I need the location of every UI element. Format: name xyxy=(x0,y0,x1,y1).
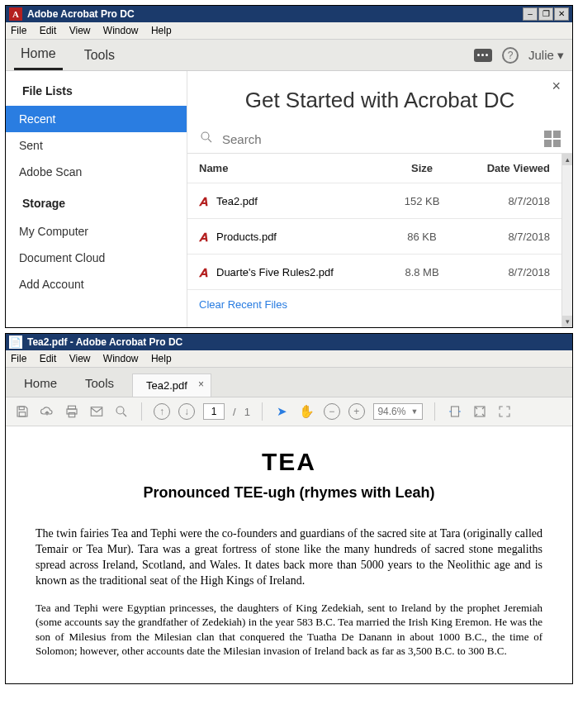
grid-view-icon[interactable] xyxy=(544,131,561,147)
scroll-down-icon[interactable]: ▾ xyxy=(562,316,572,327)
main-panel: Get Started with Acrobat DC Name Size Da… xyxy=(187,71,572,327)
separator xyxy=(434,402,435,421)
account-menu[interactable]: Julie ▾ xyxy=(528,48,564,63)
scroll-up-icon[interactable]: ▴ xyxy=(562,154,572,165)
page-number-input[interactable] xyxy=(203,403,225,420)
close-window-button[interactable]: ✕ xyxy=(554,7,569,21)
menu-help[interactable]: Help xyxy=(151,353,172,364)
maximize-button[interactable]: ❐ xyxy=(538,7,553,21)
separator xyxy=(262,402,263,421)
document-tab-close-icon[interactable]: × xyxy=(198,378,204,390)
file-name: Tea2.pdf xyxy=(216,195,258,207)
file-size: 8.8 MB xyxy=(385,266,459,278)
svg-point-8 xyxy=(116,407,124,414)
col-name[interactable]: Name xyxy=(199,162,385,174)
col-date[interactable]: Date Viewed xyxy=(459,162,550,174)
window-title: Tea2.pdf - Adobe Acrobat Pro DC xyxy=(27,336,569,348)
page-separator: / xyxy=(233,406,236,418)
doc-paragraph: The twin fairies Tea and Tephi were the … xyxy=(36,526,542,589)
separator xyxy=(141,402,142,421)
pdf-icon: ᴀ xyxy=(199,192,208,210)
notifications-icon[interactable] xyxy=(474,49,492,62)
file-size: 86 KB xyxy=(385,231,459,243)
tab-home[interactable]: Home xyxy=(14,40,63,70)
print-icon[interactable] xyxy=(64,403,80,420)
file-date: 8/7/2018 xyxy=(459,231,550,243)
cloud-upload-icon[interactable] xyxy=(39,403,55,420)
document-content: TEA Pronounced TEE-ugh (rhymes with Leah… xyxy=(6,426,572,683)
sidebar-heading-file-lists: File Lists xyxy=(22,84,187,98)
svg-line-1 xyxy=(208,139,211,142)
menubar: File Edit View Window Help xyxy=(6,350,572,368)
tab-home[interactable]: Home xyxy=(14,369,67,397)
svg-rect-2 xyxy=(19,407,24,410)
sidebar-item-recent[interactable]: Recent xyxy=(6,106,187,132)
menu-file[interactable]: File xyxy=(11,353,26,364)
menu-edit[interactable]: Edit xyxy=(40,25,57,36)
file-size: 152 KB xyxy=(385,195,459,207)
menu-window[interactable]: Window xyxy=(103,25,139,36)
zoom-level[interactable]: 94.6%▼ xyxy=(373,403,423,420)
file-name: Products.pdf xyxy=(216,231,277,243)
hand-tool-icon[interactable]: ✋ xyxy=(299,403,315,420)
zoom-out-icon[interactable]: − xyxy=(324,403,340,420)
fullscreen-icon[interactable] xyxy=(496,403,513,420)
svg-rect-3 xyxy=(19,412,26,416)
file-date: 8/7/2018 xyxy=(459,266,550,278)
document-tabs: Home Tools Tea2.pdf × xyxy=(6,368,572,397)
svg-rect-7 xyxy=(91,407,102,416)
sidebar-item-documentcloud[interactable]: Document Cloud xyxy=(6,245,187,271)
pdf-icon: ᴀ xyxy=(199,227,208,245)
fit-page-icon[interactable] xyxy=(471,403,488,420)
sidebar-item-addaccount[interactable]: Add Account xyxy=(6,271,187,297)
sidebar-item-adobescan[interactable]: Adobe Scan xyxy=(6,159,187,185)
email-icon[interactable] xyxy=(88,403,105,420)
svg-point-0 xyxy=(201,132,209,140)
close-welcome-button[interactable]: × xyxy=(552,78,561,95)
table-row[interactable]: ᴀDuarte's Five Rules2.pdf 8.8 MB 8/7/201… xyxy=(187,255,561,290)
sidebar-item-mycomputer[interactable]: My Computer xyxy=(6,218,187,245)
menu-view[interactable]: View xyxy=(69,353,91,364)
menu-window[interactable]: Window xyxy=(103,353,139,364)
pdf-icon: ᴀ xyxy=(199,263,208,281)
table-row[interactable]: ᴀTea2.pdf 152 KB 8/7/2018 xyxy=(187,183,561,219)
page-down-icon[interactable]: ↓ xyxy=(178,403,195,420)
clear-recent-link[interactable]: Clear Recent Files xyxy=(187,290,561,319)
page-total: 1 xyxy=(244,406,250,418)
file-name: Duarte's Five Rules2.pdf xyxy=(216,266,334,278)
sidebar-item-sent[interactable]: Sent xyxy=(6,132,187,159)
save-icon[interactable] xyxy=(14,403,31,420)
window-recent: A Adobe Acrobat Pro DC – ❐ ✕ File Edit V… xyxy=(5,5,573,328)
zoom-in-icon[interactable]: + xyxy=(348,403,365,420)
select-tool-icon[interactable]: ➤ xyxy=(274,403,291,420)
menu-help[interactable]: Help xyxy=(151,25,172,36)
tab-tools[interactable]: Tools xyxy=(75,369,124,397)
svg-rect-6 xyxy=(69,413,75,417)
col-size[interactable]: Size xyxy=(385,162,459,174)
document-toolbar: ↑ ↓ / 1 ➤ ✋ − + 94.6%▼ xyxy=(6,397,572,426)
search-input[interactable] xyxy=(220,131,544,147)
titlebar[interactable]: 📄 Tea2.pdf - Adobe Acrobat Pro DC xyxy=(6,334,572,350)
search-row xyxy=(187,125,572,154)
titlebar[interactable]: A Adobe Acrobat Pro DC – ❐ ✕ xyxy=(6,6,572,22)
window-document: 📄 Tea2.pdf - Adobe Acrobat Pro DC File E… xyxy=(5,333,573,684)
menu-view[interactable]: View xyxy=(69,25,91,36)
document-tab[interactable]: Tea2.pdf × xyxy=(132,374,211,397)
home-toolbar: Home Tools ? Julie ▾ xyxy=(6,40,572,71)
help-icon[interactable]: ? xyxy=(502,47,519,64)
sidebar-heading-storage: Storage xyxy=(22,197,187,210)
sidebar: File Lists Recent Sent Adobe Scan Storag… xyxy=(6,71,187,327)
menu-edit[interactable]: Edit xyxy=(40,353,57,364)
find-icon[interactable] xyxy=(113,403,130,420)
menu-file[interactable]: File xyxy=(11,25,26,36)
document-tab-label: Tea2.pdf xyxy=(146,379,187,392)
minimize-button[interactable]: – xyxy=(523,7,538,21)
window-title: Adobe Acrobat Pro DC xyxy=(27,8,522,20)
search-icon xyxy=(199,130,214,148)
page-up-icon[interactable]: ↑ xyxy=(154,403,170,420)
tab-tools[interactable]: Tools xyxy=(78,41,121,69)
fit-width-icon[interactable] xyxy=(447,403,463,420)
scrollbar[interactable]: ▴ ▾ xyxy=(561,154,572,327)
recent-table: Name Size Date Viewed ᴀTea2.pdf 152 KB 8… xyxy=(187,154,561,327)
table-row[interactable]: ᴀProducts.pdf 86 KB 8/7/2018 xyxy=(187,219,561,255)
